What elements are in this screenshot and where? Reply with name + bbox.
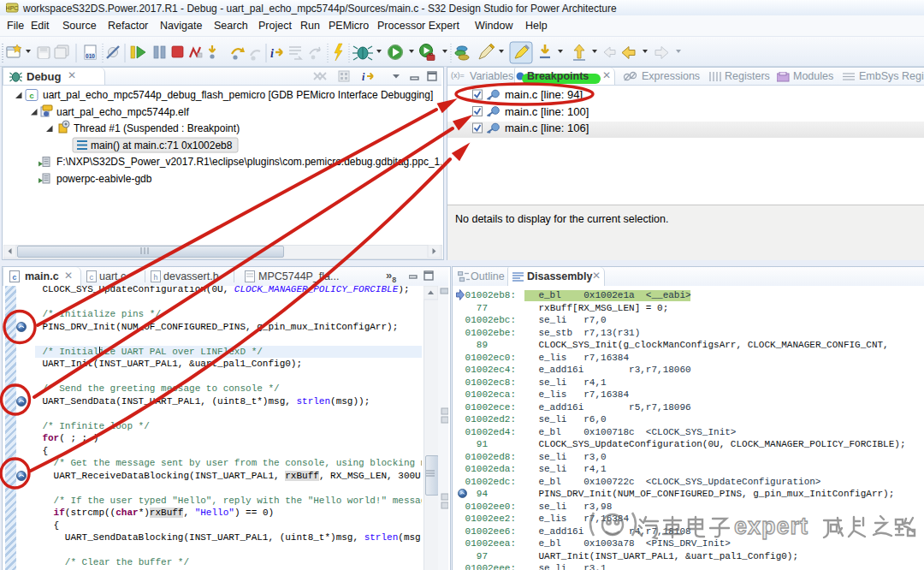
svg-text:HPC: HPC bbox=[6, 5, 18, 11]
svg-text:i: i bbox=[362, 71, 365, 83]
svg-text:010: 010 bbox=[86, 53, 95, 59]
svg-text:c: c bbox=[89, 274, 93, 282]
svg-text:c: c bbox=[29, 92, 34, 101]
svg-text:c: c bbox=[12, 274, 16, 282]
svg-text:i: i bbox=[270, 47, 274, 60]
svg-text:h: h bbox=[153, 274, 157, 282]
